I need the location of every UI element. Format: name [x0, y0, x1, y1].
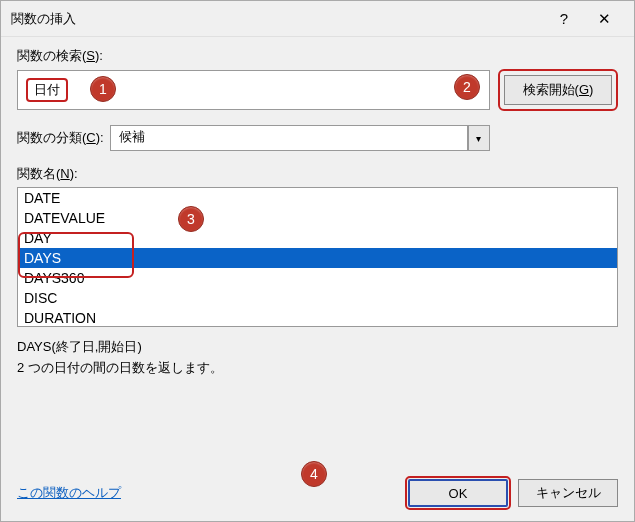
cancel-button[interactable]: キャンセル — [518, 479, 618, 507]
chevron-down-icon[interactable]: ▾ — [468, 125, 490, 151]
annotation-badge-1: 1 — [90, 76, 116, 102]
function-summary: 2 つの日付の間の日数を返します。 — [17, 358, 618, 379]
category-value: 候補 — [110, 125, 468, 151]
list-item[interactable]: DAYS — [18, 248, 617, 268]
annotation-badge-4: 4 — [301, 461, 327, 487]
function-syntax: DAYS(終了日,開始日) — [17, 337, 618, 358]
search-start-button[interactable]: 検索開始(G) — [504, 75, 612, 105]
function-name-label: 関数名(N): — [17, 165, 618, 183]
titlebar: 関数の挿入 ? ✕ — [1, 1, 634, 37]
category-select[interactable]: 候補 ▾ — [110, 125, 490, 151]
dialog-title: 関数の挿入 — [11, 10, 544, 28]
category-label: 関数の分類(C): — [17, 129, 104, 147]
list-item[interactable]: DATEVALUE — [18, 208, 617, 228]
annotation-badge-2: 2 — [454, 74, 480, 100]
search-input-wrap[interactable]: 日付 1 — [17, 70, 490, 110]
list-item[interactable]: DATE — [18, 188, 617, 208]
search-button-highlight: 検索開始(G) — [498, 69, 618, 111]
dialog-footer: この関数のヘルプ 4 OK キャンセル — [1, 469, 634, 521]
list-item[interactable]: DISC — [18, 288, 617, 308]
ok-button[interactable]: OK — [408, 479, 508, 507]
help-button[interactable]: ? — [544, 4, 584, 34]
search-label: 関数の検索(S): — [17, 47, 618, 65]
dialog-content: 関数の検索(S): 日付 1 2 検索開始(G) 関数の分類(C): 候補 ▾ — [1, 37, 634, 469]
function-help-link[interactable]: この関数のヘルプ — [17, 484, 398, 502]
search-input-value: 日付 — [26, 78, 68, 102]
list-item[interactable]: DAY — [18, 228, 617, 248]
function-listbox[interactable]: 3 DATEDATEVALUEDAYDAYSDAYS360DISCDURATIO… — [17, 187, 618, 327]
function-description: DAYS(終了日,開始日) 2 つの日付の間の日数を返します。 — [17, 337, 618, 379]
annotation-badge-3: 3 — [178, 206, 204, 232]
list-item[interactable]: DAYS360 — [18, 268, 617, 288]
insert-function-dialog: 関数の挿入 ? ✕ 関数の検索(S): 日付 1 2 検索開始(G) 関数の分類… — [0, 0, 635, 522]
list-item[interactable]: DURATION — [18, 308, 617, 327]
close-button[interactable]: ✕ — [584, 4, 624, 34]
